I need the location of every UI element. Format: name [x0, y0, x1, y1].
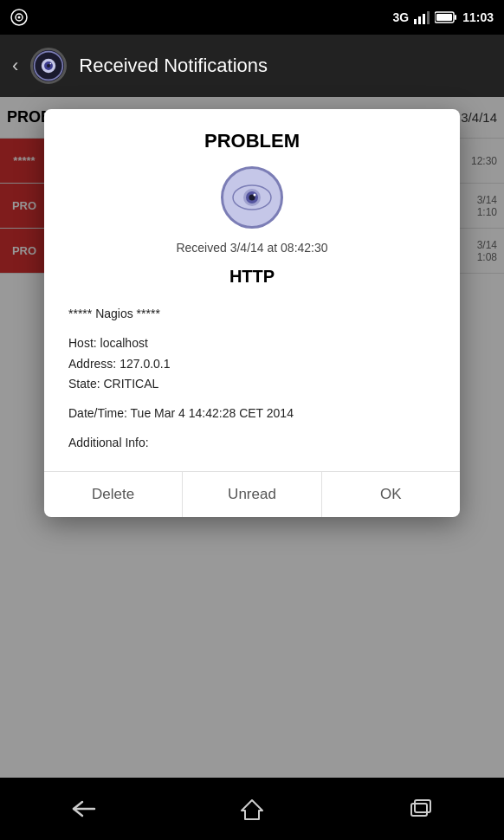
dialog-timestamp: Received 3/4/14 at 08:42:30 — [68, 241, 436, 255]
delete-button[interactable]: Delete — [44, 472, 183, 517]
signal-bars-icon — [414, 10, 430, 24]
dialog-title: PROBLEM — [68, 130, 436, 152]
svg-point-2 — [18, 16, 21, 19]
svg-rect-4 — [418, 16, 421, 24]
battery-icon — [435, 11, 457, 23]
svg-rect-6 — [427, 11, 430, 24]
dialog-eye-icon — [231, 177, 273, 218]
body-spacer3 — [68, 424, 436, 433]
svg-point-13 — [47, 64, 50, 68]
body-line7: Date/Time: Tue Mar 4 14:42:28 CET 2014 — [68, 404, 436, 424]
main-content: PROBLEM HTTP 3/4/14 ***** 127.0... 12:30… — [0, 97, 504, 778]
dialog-eye-circle — [221, 166, 283, 229]
unread-button[interactable]: Unread — [183, 472, 321, 517]
status-icons: 3G 11:03 — [393, 10, 494, 24]
svg-rect-9 — [455, 15, 456, 20]
nav-recent-button[interactable] — [394, 783, 446, 835]
nav-back-icon — [70, 798, 98, 819]
dialog-actions: Delete Unread OK — [44, 471, 460, 517]
app-bar: ‹ Received Notifications — [0, 35, 504, 97]
app-eye-icon — [33, 47, 64, 85]
status-bar-left — [10, 9, 28, 26]
nav-back-button[interactable] — [58, 783, 110, 835]
dialog-service: HTTP — [68, 267, 436, 287]
dialog-overlay: PROBLEM Received 3/4/14 at 08:42:30 HTTP… — [0, 97, 504, 778]
svg-rect-8 — [436, 14, 452, 21]
svg-rect-3 — [414, 19, 417, 24]
body-line1: ***** Nagios ***** — [68, 304, 436, 325]
ok-button[interactable]: OK — [322, 472, 460, 517]
svg-rect-22 — [411, 804, 427, 816]
nav-bar — [0, 778, 504, 840]
svg-rect-5 — [423, 14, 425, 24]
dialog-body: ***** Nagios ***** Host: localhost Addre… — [68, 304, 436, 454]
dialog-icon-container — [68, 166, 436, 229]
nav-home-button[interactable] — [226, 783, 278, 835]
app-icon — [30, 48, 67, 84]
body-line5: State: CRITICAL — [68, 374, 436, 395]
svg-rect-23 — [415, 800, 430, 812]
time-label: 11:03 — [462, 10, 494, 24]
status-bar: 3G 11:03 — [0, 0, 504, 35]
body-line9: Additional Info: — [68, 433, 436, 454]
nav-recent-icon — [408, 797, 432, 821]
svg-point-14 — [50, 63, 52, 65]
svg-marker-21 — [242, 800, 262, 819]
signal-label: 3G — [393, 10, 410, 24]
app-bar-title: Received Notifications — [79, 55, 268, 77]
body-line3: Host: localhost — [68, 333, 436, 354]
nav-home-icon — [240, 797, 264, 821]
body-line4: Address: 127.0.0.1 — [68, 354, 436, 375]
body-spacer2 — [68, 395, 436, 404]
dialog: PROBLEM Received 3/4/14 at 08:42:30 HTTP… — [44, 109, 460, 517]
app-notification-icon — [10, 9, 28, 26]
svg-point-19 — [254, 194, 256, 197]
body-spacer1 — [68, 325, 436, 333]
back-button[interactable]: ‹ — [12, 55, 18, 77]
